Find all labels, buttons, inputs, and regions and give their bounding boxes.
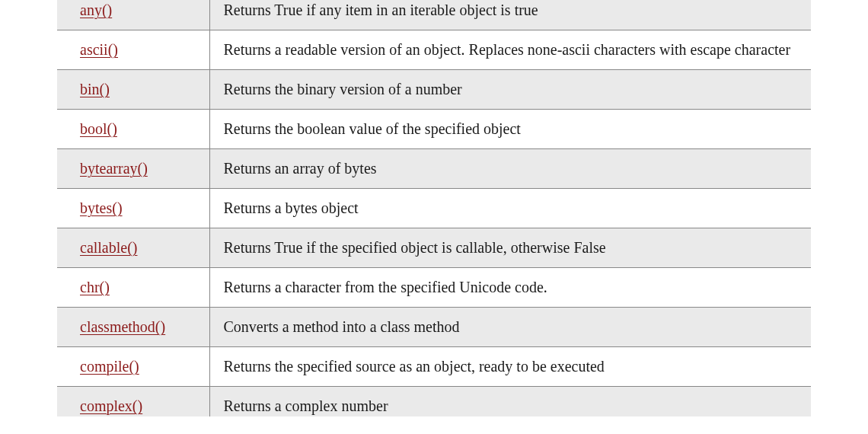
function-cell: ascii() [57, 30, 209, 70]
function-link[interactable]: classmethod() [80, 318, 165, 335]
table-row: callable() Returns True if the specified… [57, 228, 811, 268]
function-link[interactable]: complex() [80, 397, 142, 414]
description-cell: Returns an array of bytes [209, 149, 811, 189]
function-cell: bool() [57, 110, 209, 149]
description-cell: Returns a complex number [209, 387, 811, 417]
table-row: bin() Returns the binary version of a nu… [57, 70, 811, 110]
function-link[interactable]: bytearray() [80, 160, 148, 177]
description-cell: Returns the boolean value of the specifi… [209, 110, 811, 149]
table-row: any() Returns True if any item in an ite… [57, 0, 811, 30]
table-row: classmethod() Converts a method into a c… [57, 308, 811, 347]
table-row: bool() Returns the boolean value of the … [57, 110, 811, 149]
function-cell: chr() [57, 268, 209, 308]
function-cell: complex() [57, 387, 209, 417]
function-link[interactable]: ascii() [80, 41, 118, 58]
description-cell: Returns a readable version of an object.… [209, 30, 811, 70]
table-row: compile() Returns the specified source a… [57, 347, 811, 387]
function-link[interactable]: chr() [80, 279, 110, 295]
table-row: chr() Returns a character from the speci… [57, 268, 811, 308]
table-row: ascii() Returns a readable version of an… [57, 30, 811, 70]
description-cell: Returns the binary version of a number [209, 70, 811, 110]
function-link[interactable]: bool() [80, 120, 117, 137]
function-cell: callable() [57, 228, 209, 268]
description-cell: Returns a character from the specified U… [209, 268, 811, 308]
function-link[interactable]: bytes() [80, 199, 123, 216]
description-cell: Returns the specified source as an objec… [209, 347, 811, 387]
table-row: bytes() Returns a bytes object [57, 189, 811, 228]
function-link[interactable]: bin() [80, 81, 110, 97]
description-cell: Converts a method into a class method [209, 308, 811, 347]
function-link[interactable]: callable() [80, 239, 138, 256]
functions-table-container: any() Returns True if any item in an ite… [0, 0, 868, 416]
function-link[interactable]: compile() [80, 358, 139, 375]
function-link[interactable]: any() [80, 2, 112, 18]
function-cell: bin() [57, 70, 209, 110]
function-cell: compile() [57, 347, 209, 387]
function-cell: bytes() [57, 189, 209, 228]
function-cell: bytearray() [57, 149, 209, 189]
table-row: complex() Returns a complex number [57, 387, 811, 417]
description-cell: Returns True if any item in an iterable … [209, 0, 811, 30]
table-row: bytearray() Returns an array of bytes [57, 149, 811, 189]
description-cell: Returns True if the specified object is … [209, 228, 811, 268]
function-cell: any() [57, 0, 209, 30]
functions-table: any() Returns True if any item in an ite… [57, 0, 811, 416]
function-cell: classmethod() [57, 308, 209, 347]
description-cell: Returns a bytes object [209, 189, 811, 228]
